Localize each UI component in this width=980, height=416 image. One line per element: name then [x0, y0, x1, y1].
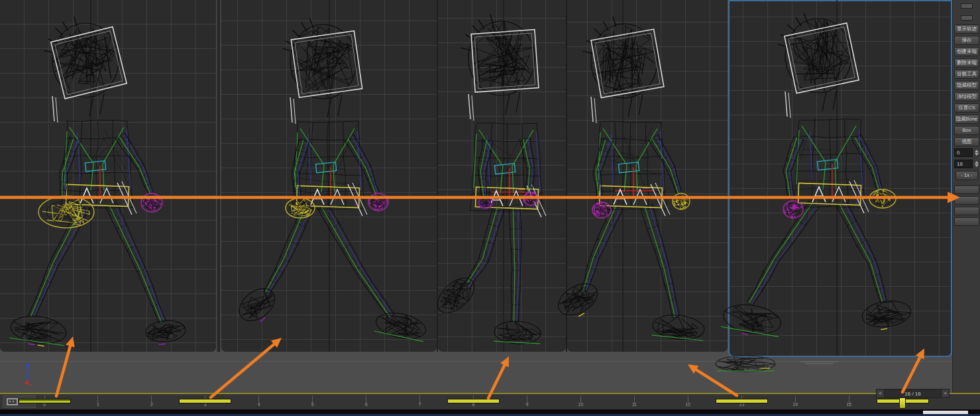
active-viewport-border [728, 0, 952, 357]
track-bar[interactable]: 0123456789101112131415 [0, 393, 980, 409]
next-frame-button[interactable]: > [941, 389, 950, 398]
frame-tick-label: 6 [359, 402, 374, 407]
end-frame-field[interactable]: 16 [954, 160, 973, 168]
frame-tick-label: 11 [627, 402, 641, 407]
annotation-arrow-4 [688, 364, 737, 395]
sidebar-button-3[interactable]: 创建末端 [954, 47, 979, 56]
keyframe-bar-frame-3[interactable] [179, 399, 231, 403]
spinner-down-icon[interactable] [975, 164, 979, 167]
sidebar-button-2[interactable]: 保存 [954, 36, 979, 45]
start-frame-spinner: 0 [954, 148, 979, 157]
sidebar-button-8[interactable]: 仅显CS [954, 103, 979, 113]
keyframe-bar-frame-0[interactable] [19, 399, 71, 403]
mini-trackview-icon [7, 398, 18, 405]
current-frame-display: 16 / 16 [885, 389, 941, 398]
time-slider-handle[interactable] [899, 397, 906, 409]
sidebar-button-5[interactable]: 骨骼工具 [954, 70, 979, 79]
multiplier-button[interactable]: - 1x - [955, 171, 978, 180]
frame-navigation: < 16 / 16 > [876, 389, 950, 398]
sidebar-button-4[interactable]: 删除末端 [954, 58, 979, 68]
sidebar-button-6[interactable]: 隐藏模型 [954, 81, 979, 90]
frame-tick-label: 10 [573, 402, 588, 407]
spinner-down-icon[interactable] [975, 153, 979, 156]
viewport-divider [437, 0, 438, 352]
sidebar-button-7[interactable]: 冻结模型 [954, 92, 979, 101]
prev-frame-button[interactable]: < [876, 389, 885, 398]
keyframe-bar-frame-13[interactable] [716, 399, 768, 403]
spinner-up-icon[interactable] [975, 161, 979, 164]
sidebar-blank-button[interactable] [954, 185, 979, 194]
sidebar-button-10[interactable]: Box [954, 126, 979, 135]
start-frame-field[interactable]: 0 [954, 148, 973, 157]
sidebar-blank-button[interactable] [954, 217, 979, 226]
status-bar [0, 409, 980, 416]
frame-tick-label: 12 [681, 402, 695, 407]
viewport-panel-3[interactable] [438, 0, 566, 352]
viewport-divider [566, 0, 567, 352]
viewport-divider [216, 0, 221, 352]
keyframe-bar-frame-8[interactable] [447, 399, 500, 403]
viewport-panel-4[interactable] [567, 0, 728, 352]
frame-tick-label: 1 [91, 402, 105, 407]
frame-tick-label: 9 [519, 402, 534, 407]
application-window: 显示轨迹保存创建末端删除末端骨骼工具隐藏模型冻结模型仅显CS隐藏BoneBox视… [0, 0, 980, 416]
frame-tick-label: 2 [144, 402, 159, 407]
sidebar-blank-button[interactable] [954, 207, 979, 215]
sidebar-button-9[interactable]: 隐藏Bone [954, 115, 979, 124]
frame-tick-label: 4 [252, 402, 266, 407]
spinner-up-icon[interactable] [975, 150, 979, 152]
annotation-arrow-3 [488, 356, 509, 398]
mini-box [961, 3, 973, 9]
frame-tick-label: 15 [842, 402, 856, 407]
mini-box [961, 15, 973, 21]
frame-tick-label: 5 [305, 402, 320, 407]
tool-panel: 显示轨迹保存创建末端删除末端骨骼工具隐藏模型冻结模型仅显CS隐藏BoneBox视… [952, 0, 980, 393]
viewport-panel-1[interactable] [0, 0, 216, 352]
sidebar-button-1[interactable]: 显示轨迹 [954, 25, 979, 34]
gap-band-line [0, 361, 952, 362]
world-axis-gizmo [24, 362, 32, 385]
viewport-panel-2[interactable] [221, 0, 437, 352]
frame-tick-label: 14 [788, 402, 802, 407]
end-frame-spinner: 16 [954, 160, 979, 168]
frame-tick-label: 7 [413, 402, 427, 407]
foot-fragment [716, 356, 839, 372]
sidebar-blank-button[interactable] [954, 196, 979, 205]
sidebar-button-11[interactable]: 视图 [954, 137, 979, 146]
